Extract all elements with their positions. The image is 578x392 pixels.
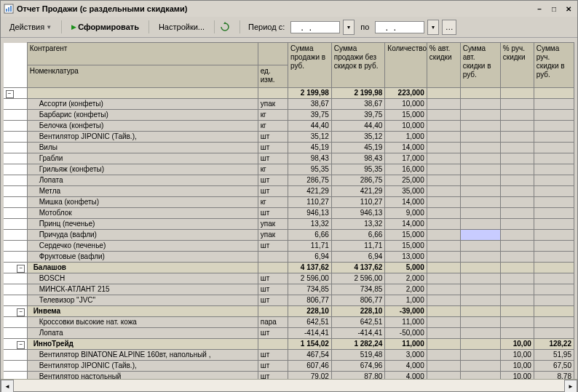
header-qty: Количество <box>385 43 427 88</box>
header-pct-auto: % авт. скидки <box>427 43 460 88</box>
value-cell: 11,000 <box>385 317 427 328</box>
refresh-button[interactable] <box>220 21 234 33</box>
value-cell: 946,13 <box>288 208 332 219</box>
value-cell <box>427 306 460 317</box>
period-to-spinner[interactable]: ▾ <box>427 20 439 35</box>
close-button[interactable]: ✕ <box>563 4 574 14</box>
item-row[interactable]: Принц (печенье)упак13,3213,3214,000 <box>4 219 574 230</box>
group-row[interactable]: −ИнноТрейд1 154,021 282,2411,00010,00128… <box>4 339 574 350</box>
value-cell: 286,75 <box>331 175 385 186</box>
maximize-button[interactable]: □ <box>548 4 560 14</box>
name-cell: Фруктовые (вафли) <box>27 252 258 263</box>
item-row[interactable]: Вентилятор BINATONE ALPINE 160вт, наполь… <box>4 350 574 361</box>
item-row[interactable]: Телевизор "JVC"шт806,77806,771,000 <box>4 295 574 306</box>
group-row[interactable]: −Балашов4 137,624 137,625,000 <box>4 263 574 273</box>
item-row[interactable]: Белочка (конфеты)кг44,4044,4010,000 <box>4 121 574 132</box>
period-from-spinner[interactable]: ▾ <box>343 20 355 35</box>
item-row[interactable]: МИНСК-АТЛАНТ 215шт734,85734,852,000 <box>4 284 574 295</box>
value-cell <box>534 295 574 306</box>
value-cell <box>427 284 460 295</box>
report-grid-container[interactable]: Контрагент Сумма продажи в руб. Сумма пр… <box>1 38 577 379</box>
item-row[interactable]: Ассорти (конфеты)упак38,6738,6710,000 <box>4 99 574 110</box>
item-row[interactable]: Барбарис (конфеты)кг39,7539,7515,000 <box>4 110 574 121</box>
unit-cell: упак <box>258 230 288 241</box>
value-cell <box>500 175 534 186</box>
item-row[interactable]: Фруктовые (вафли)6,946,9413,000 <box>4 252 574 263</box>
item-row[interactable]: Вентилятор JIPONIC (Тайв.),шт35,1235,121… <box>4 132 574 143</box>
value-cell <box>427 339 460 350</box>
item-row[interactable]: Вентилятор настольныйшт79,0287,804,00010… <box>4 372 574 380</box>
item-row[interactable]: Лопаташт286,75286,7525,000 <box>4 175 574 186</box>
dropdown-icon: ▼ <box>46 24 52 31</box>
unit-cell: шт <box>258 153 288 164</box>
item-row[interactable]: Лопаташт-414,41-414,41-50,000 <box>4 328 574 339</box>
scroll-right-button[interactable]: ► <box>564 380 577 392</box>
item-row[interactable]: Сердечко (печенье)шт11,7111,7115,000 <box>4 241 574 252</box>
item-row[interactable]: BOSCHшт2 596,002 596,002,000 <box>4 273 574 284</box>
collapse-button[interactable]: − <box>6 90 14 98</box>
form-button[interactable]: ▶ Сформировать <box>67 22 143 32</box>
value-cell: 110,27 <box>288 197 332 208</box>
item-row[interactable]: Метлашт421,29421,2935,000 <box>4 186 574 197</box>
value-cell <box>427 186 460 197</box>
minimize-button[interactable]: – <box>534 4 545 14</box>
value-cell <box>534 197 574 208</box>
item-row[interactable]: Вилышт45,1945,1914,000 <box>4 143 574 153</box>
value-cell: 98,43 <box>331 153 385 164</box>
value-cell <box>534 306 574 317</box>
actions-menu[interactable]: Действия ▼ <box>5 22 56 32</box>
scroll-track[interactable] <box>14 380 564 391</box>
value-cell <box>460 164 500 175</box>
item-row[interactable]: Мотоблокшт946,13946,139,000 <box>4 208 574 219</box>
horizontal-scrollbar[interactable]: ◄ ► <box>1 379 577 391</box>
unit-cell: шт <box>258 273 288 284</box>
value-cell: 4,000 <box>385 372 427 380</box>
item-row[interactable]: Граблишт98,4398,4317,000 <box>4 153 574 164</box>
name-cell: Белочка (конфеты) <box>27 121 258 132</box>
value-cell <box>427 263 460 273</box>
value-cell <box>534 317 574 328</box>
period-picker-button[interactable]: … <box>442 20 456 35</box>
value-cell: 11,000 <box>385 339 427 350</box>
value-cell: 67,50 <box>534 361 574 372</box>
collapse-button[interactable]: − <box>17 308 25 316</box>
value-cell <box>460 121 500 132</box>
name-cell: Мишка (конфеты) <box>27 197 258 208</box>
value-cell <box>534 241 574 252</box>
group-row[interactable]: −Инвема228,10228,10-39,000 <box>4 306 574 317</box>
name-cell: Грильяж (конфеты) <box>27 164 258 175</box>
value-cell: 2,000 <box>385 284 427 295</box>
settings-button[interactable]: Настройки... <box>154 22 209 32</box>
value-cell <box>427 295 460 306</box>
value-cell <box>534 230 574 241</box>
period-to-input[interactable] <box>375 21 424 33</box>
value-cell: 1,000 <box>385 132 427 143</box>
value-cell <box>460 252 500 263</box>
collapse-button[interactable]: − <box>17 341 25 349</box>
total-qty: 223,000 <box>385 88 427 99</box>
header-unit: ед. изм. <box>258 65 288 88</box>
value-cell: -414,41 <box>331 328 385 339</box>
separator <box>214 20 215 33</box>
value-cell <box>534 132 574 143</box>
unit-cell: шт <box>258 208 288 219</box>
item-row[interactable]: Вентилятор JIPONIC (Тайв.),шт607,46674,9… <box>4 361 574 372</box>
form-label: Сформировать <box>78 23 139 31</box>
item-row[interactable]: Кроссовки высокие нат. кожапара642,51642… <box>4 317 574 328</box>
value-cell: 806,77 <box>331 295 385 306</box>
item-row[interactable]: Грильяж (конфеты)кг95,3595,3516,000 <box>4 164 574 175</box>
titlebar: Отчет Продажи (с раздельными скидками) –… <box>1 1 577 17</box>
period-from-input[interactable] <box>290 21 340 33</box>
window-controls: – □ ✕ <box>534 4 574 14</box>
value-cell <box>500 230 534 241</box>
value-cell: 45,19 <box>331 143 385 153</box>
unit-cell: шт <box>258 186 288 197</box>
scroll-left-button[interactable]: ◄ <box>1 380 14 392</box>
name-cell: Вентилятор настольный <box>27 372 258 380</box>
unit-cell: шт <box>258 295 288 306</box>
item-row[interactable]: Причуда (вафли)упак6,666,6615,000 <box>4 230 574 241</box>
actions-label: Действия <box>9 23 44 31</box>
name-cell: BOSCH <box>27 273 258 284</box>
item-row[interactable]: Мишка (конфеты)кг110,27110,2714,000 <box>4 197 574 208</box>
collapse-button[interactable]: − <box>17 265 25 273</box>
